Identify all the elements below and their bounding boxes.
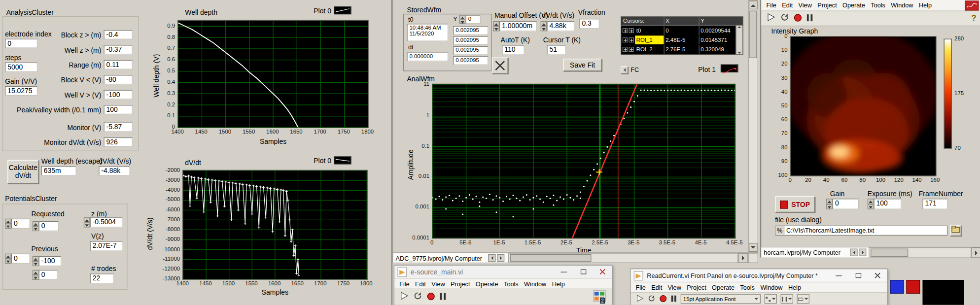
vscroll-thumb[interactable] [749, 11, 757, 58]
z-spinner[interactable] [84, 217, 90, 227]
well-v-field[interactable]: -100 [104, 90, 132, 100]
block-v-field[interactable]: -80 [104, 75, 132, 84]
project-tab[interactable]: ADC_9775.lvproj/My Computer [396, 255, 482, 262]
menu-operate[interactable]: Operate [712, 284, 735, 291]
readcurrent-titlebar[interactable]: ReadCurrent.vi Front Panel on e-source.l… [630, 269, 887, 282]
boolean-indicator-blue[interactable] [890, 280, 904, 294]
abort-button[interactable] [794, 13, 802, 24]
menu-view[interactable]: View [431, 280, 445, 287]
scroll-up-button[interactable] [749, 0, 758, 9]
cursor-row-t0[interactable]: t0 0 0.00209544 [621, 26, 742, 35]
context-help-icon[interactable]: ? [971, 13, 976, 23]
menu-file[interactable]: File [766, 2, 776, 9]
peak-valley-width-field[interactable]: 100 [104, 105, 132, 114]
panel-hscrollbar[interactable] [508, 253, 738, 263]
cursor-icon[interactable] [621, 37, 635, 42]
vfraction-field[interactable]: 0.3 [579, 19, 599, 29]
requested-1-spinner[interactable] [5, 219, 11, 229]
requested-2-spinner[interactable] [33, 221, 39, 231]
menu-operate[interactable]: Operate [842, 2, 865, 9]
close-button[interactable] [868, 269, 887, 281]
requested-2-field[interactable]: 0 [39, 221, 59, 231]
well-z-field[interactable]: -0.37 [104, 45, 132, 54]
menu-window[interactable]: Window [760, 284, 782, 291]
menu-tools[interactable]: Tools [740, 284, 755, 291]
extra-spinner[interactable] [33, 270, 39, 280]
pause-button[interactable] [439, 291, 446, 303]
dvdt-mid-spinner[interactable] [541, 21, 547, 31]
thorcam-project-tab[interactable]: horcam.lvproj/My Computer [764, 249, 840, 256]
file-path-control[interactable]: % C:\VIs\Thorcam\LatestImage.txt [775, 226, 947, 236]
intensity-plot[interactable] [790, 36, 937, 176]
scroll-right-button[interactable] [971, 247, 980, 258]
manual-offset-field[interactable]: 1.00000m [499, 21, 537, 31]
menu-project[interactable]: Project [687, 284, 706, 291]
menu-operate[interactable]: Operate [476, 280, 498, 287]
boolean-indicator-red[interactable] [906, 280, 920, 294]
menu-view[interactable]: View [799, 2, 812, 9]
font-selector[interactable]: 15pt Application Font [681, 294, 761, 304]
exposure-spinner[interactable] [868, 199, 874, 209]
previous-1-spinner[interactable] [5, 254, 11, 264]
dvdt-mid-field[interactable]: 4.88k [547, 21, 574, 31]
abort-button[interactable] [660, 293, 667, 305]
scroll-down-button[interactable] [749, 243, 758, 252]
run-continuous-button[interactable] [413, 291, 422, 303]
calculate-dvdt-button[interactable]: Calculate dV/dt [7, 160, 38, 184]
hscroll-thumb[interactable] [510, 254, 592, 262]
cursor-legend-scrollbar[interactable] [735, 26, 742, 54]
previous-1-field[interactable]: 0 [11, 254, 30, 264]
menu-project[interactable]: Project [451, 280, 470, 287]
block-z-field[interactable]: -0.4 [104, 30, 132, 39]
monitor-dvdt-field[interactable]: 926 [104, 137, 132, 147]
menu-help[interactable]: Help [788, 284, 801, 291]
esource-titlebar[interactable]: e-source_main.vi [394, 266, 612, 279]
align-objects-dropdown[interactable] [765, 294, 777, 304]
diamond-button[interactable] [492, 58, 508, 74]
monitor-v-field[interactable]: -5.87 [104, 123, 132, 132]
dvdt-plot[interactable] [182, 170, 367, 280]
menu-view[interactable]: View [668, 284, 681, 291]
menu-help[interactable]: Help [552, 280, 565, 287]
menu-project[interactable]: Project [817, 2, 837, 9]
analwfm-plot[interactable] [432, 84, 735, 238]
pause-button[interactable] [670, 293, 677, 305]
menu-tools[interactable]: Tools [871, 2, 885, 9]
browse-button[interactable] [950, 225, 961, 236]
menu-window[interactable]: Window [891, 2, 913, 9]
thorcam-hscrollbar[interactable] [869, 247, 971, 258]
tab-scroll-right[interactable] [859, 249, 866, 256]
run-button[interactable] [635, 293, 643, 305]
cursor-icon[interactable] [621, 28, 635, 33]
manual-offset-spinner[interactable] [493, 21, 499, 31]
run-continuous-button[interactable] [648, 293, 656, 305]
maximize-button[interactable] [849, 269, 868, 281]
run-button[interactable] [766, 12, 775, 24]
pause-button[interactable] [806, 13, 813, 24]
autot-field[interactable]: 110 [502, 45, 525, 55]
range-field[interactable]: 0.11 [104, 60, 132, 69]
extra-field[interactable]: 0 [39, 270, 58, 280]
menu-edit[interactable]: Edit [651, 284, 662, 291]
exposure-field[interactable]: 100 [874, 199, 902, 209]
y-index-spinner[interactable] [459, 15, 466, 24]
cursor-row-roi1[interactable]: ROI_1 2.48E-5 0.0145371 [621, 35, 742, 44]
close-button[interactable] [593, 266, 612, 278]
hscroll-thumb[interactable] [871, 249, 908, 257]
y-index-field[interactable]: 0 [466, 15, 481, 24]
cursor-legend[interactable]: Cursors: X Y t0 0 0.00209544 ROI_1 2.48E… [621, 16, 743, 55]
previous-2-spinner[interactable] [33, 256, 39, 266]
cursor-icon[interactable] [621, 46, 635, 51]
resize-objects-dropdown[interactable] [797, 294, 809, 304]
menu-file[interactable]: File [635, 284, 645, 291]
well-depth-plot[interactable] [177, 20, 369, 128]
requested-1-field[interactable]: 0 [11, 219, 30, 229]
minimize-button[interactable] [830, 269, 848, 281]
maximize-button[interactable] [574, 266, 593, 278]
abort-button[interactable] [427, 291, 435, 303]
panel-vscrollbar[interactable] [748, 0, 758, 252]
scroll-right-button[interactable] [738, 253, 748, 263]
menu-file[interactable]: File [399, 280, 409, 287]
menu-help[interactable]: Help [919, 2, 932, 9]
menu-edit[interactable]: Edit [415, 280, 426, 287]
